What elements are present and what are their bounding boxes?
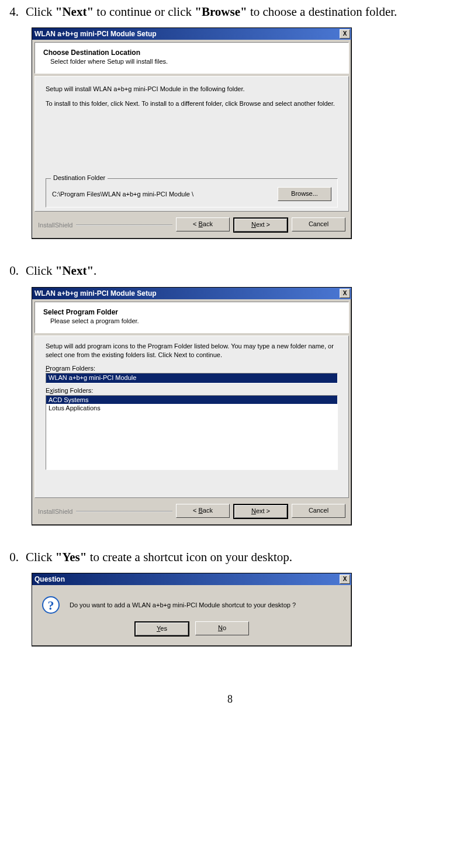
next-button[interactable]: Next > [233, 504, 288, 519]
question-text: Do you want to add a WLAN a+b+g mini-PCI… [70, 601, 296, 608]
question-dialog: Question X ? Do you want to add a WLAN a… [32, 573, 352, 646]
cancel-button[interactable]: Cancel [292, 504, 345, 518]
close-icon[interactable]: X [340, 29, 350, 39]
dialog-body: Setup will install WLAN a+b+g mini-PCI M… [34, 76, 349, 212]
page-number: 8 [6, 693, 454, 706]
dialog-subheading: Please select a program folder. [43, 317, 340, 324]
yes-button[interactable]: Yes [134, 621, 189, 637]
dialog-footer: InstallShield < Back Next > Cancel [32, 214, 351, 238]
body-description: Setup will add program icons to the Prog… [46, 342, 338, 359]
separator [76, 224, 172, 226]
program-folders-label: Program Folders: [46, 365, 338, 372]
no-button[interactable]: No [195, 621, 249, 635]
dialog-subheading: Select folder where Setup will install f… [43, 58, 340, 65]
existing-folders-listbox[interactable]: ACD Systems Lotus Applications [46, 395, 338, 470]
separator [76, 511, 172, 512]
destination-path: C:\Program Files\WLAN a+b+g mini-PCI Mod… [52, 191, 278, 198]
step-number: 0. [6, 262, 19, 279]
installshield-brand: InstallShield [38, 222, 72, 229]
select-program-folder-dialog: WLAN a+b+g mini-PCI Module Setup X Selec… [32, 287, 352, 525]
body-line: Setup will install WLAN a+b+g mini-PCI M… [46, 85, 338, 94]
instruction-step-yes: 0.Click "Yes" to create a shortcut icon … [6, 549, 454, 566]
svg-text:?: ? [48, 598, 54, 613]
destination-folder-group: Destination Folder C:\Program Files\WLAN… [46, 178, 338, 208]
dialog-footer: InstallShield < Back Next > Cancel [32, 500, 351, 525]
program-folder-input[interactable]: WLAN a+b+g mini-PCI Module [46, 373, 338, 383]
back-button[interactable]: < Back [176, 217, 230, 231]
list-item[interactable]: Lotus Applications [46, 404, 337, 412]
back-button[interactable]: < Back [176, 504, 230, 518]
titlebar: WLAN a+b+g mini-PCI Module Setup X [32, 288, 351, 299]
dialog-body: Setup will add program icons to the Prog… [34, 336, 349, 498]
choose-destination-dialog: WLAN a+b+g mini-PCI Module Setup X Choos… [32, 27, 352, 239]
dialog-heading: Select Program Folder [43, 308, 340, 316]
window-title: WLAN a+b+g mini-PCI Module Setup [34, 30, 340, 38]
cancel-button[interactable]: Cancel [292, 217, 345, 231]
question-icon: ? [41, 596, 60, 614]
window-title: Question [34, 575, 340, 583]
titlebar: WLAN a+b+g mini-PCI Module Setup X [32, 28, 351, 40]
header-panel: Choose Destination Location Select folde… [34, 42, 349, 74]
step-number: 4. [6, 4, 19, 20]
step-number: 0. [6, 549, 19, 566]
window-title: WLAN a+b+g mini-PCI Module Setup [34, 289, 340, 298]
list-item[interactable]: ACD Systems [46, 396, 337, 404]
instruction-step-next: 0.Click "Next". [6, 262, 454, 279]
groupbox-label: Destination Folder [51, 174, 108, 181]
dialog-heading: Choose Destination Location [43, 49, 340, 57]
browse-button[interactable]: Browse... [278, 187, 331, 201]
titlebar: Question X [32, 573, 351, 585]
close-icon[interactable]: X [340, 575, 350, 584]
existing-folders-label: Existing Folders: [46, 387, 338, 394]
body-line: To install to this folder, click Next. T… [46, 99, 338, 108]
dialog-body: ? Do you want to add a WLAN a+b+g mini-P… [32, 585, 351, 621]
next-button[interactable]: Next > [233, 217, 288, 233]
header-panel: Select Program Folder Please select a pr… [34, 302, 349, 333]
close-icon[interactable]: X [340, 289, 350, 298]
installshield-brand: InstallShield [38, 508, 72, 515]
instruction-step-4: 4.Click "Next" to continue or click "Bro… [6, 4, 454, 20]
